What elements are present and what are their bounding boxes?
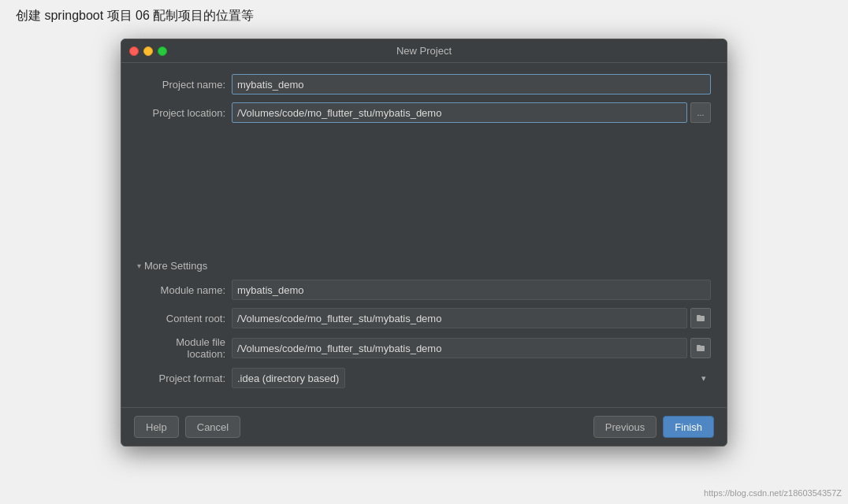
project-format-select-wrapper: .idea (directory based) .ipr (file based… — [232, 368, 711, 388]
content-root-input[interactable] — [232, 308, 687, 328]
more-settings-toggle[interactable]: ▾ More Settings — [137, 260, 711, 272]
svg-rect-1 — [697, 315, 701, 317]
project-location-browse-button[interactable]: ... — [690, 102, 711, 123]
previous-button[interactable]: Previous — [593, 416, 657, 438]
finish-button[interactable]: Finish — [663, 416, 714, 438]
help-button[interactable]: Help — [134, 416, 179, 438]
project-location-input-group: ... — [232, 102, 711, 123]
module-file-location-row: Module file location: — [137, 336, 711, 360]
more-settings-section: ▾ More Settings Module name: Content roo… — [137, 260, 711, 388]
folder-icon — [696, 313, 705, 323]
project-format-row: Project format: .idea (directory based) … — [137, 368, 711, 388]
chevron-down-icon: ▾ — [137, 261, 141, 270]
page-title: 创建 springboot 项目 06 配制项目的位置等 — [16, 9, 254, 22]
maximize-button[interactable] — [158, 46, 167, 56]
folder-icon — [696, 343, 705, 353]
module-file-location-label: Module file location: — [137, 336, 232, 360]
dialog-footer: Help Cancel Previous Finish — [121, 407, 727, 446]
content-spacer — [137, 131, 711, 257]
footer-left: Help Cancel — [134, 416, 240, 438]
content-root-label: Content root: — [137, 313, 232, 324]
dialog-content: Project name: Project location: ... ▾ Mo… — [121, 63, 727, 407]
project-name-input[interactable] — [232, 74, 711, 94]
svg-rect-2 — [697, 346, 705, 351]
module-file-location-browse-button[interactable] — [690, 338, 711, 358]
dialog-title: New Project — [396, 45, 452, 57]
more-settings-label: More Settings — [144, 260, 207, 272]
watermark: https://blog.csdn.net/z1860354357Z — [704, 488, 842, 498]
project-location-label: Project location: — [137, 107, 232, 119]
content-root-row: Content root: — [137, 308, 711, 328]
module-name-label: Module name: — [137, 284, 232, 296]
project-location-input[interactable] — [232, 102, 687, 123]
content-root-browse-button[interactable] — [690, 308, 711, 328]
module-name-input[interactable] — [232, 280, 711, 300]
cancel-button[interactable]: Cancel — [185, 416, 240, 438]
svg-rect-3 — [697, 345, 701, 346]
module-file-location-input[interactable] — [232, 338, 687, 358]
new-project-dialog: New Project Project name: Project locati… — [121, 39, 727, 447]
module-file-location-input-group — [232, 338, 711, 358]
project-format-select[interactable]: .idea (directory based) .ipr (file based… — [232, 368, 345, 388]
dialog-titlebar: New Project — [121, 39, 727, 63]
minimize-button[interactable] — [143, 46, 153, 56]
svg-rect-0 — [697, 316, 705, 321]
project-name-row: Project name: — [137, 74, 711, 94]
project-name-label: Project name: — [137, 79, 232, 91]
close-button[interactable] — [129, 46, 139, 56]
traffic-lights — [129, 46, 167, 56]
project-format-label: Project format: — [137, 372, 232, 384]
module-name-row: Module name: — [137, 280, 711, 300]
project-location-row: Project location: ... — [137, 102, 711, 123]
content-root-input-group — [232, 308, 711, 328]
footer-right: Previous Finish — [593, 416, 714, 438]
